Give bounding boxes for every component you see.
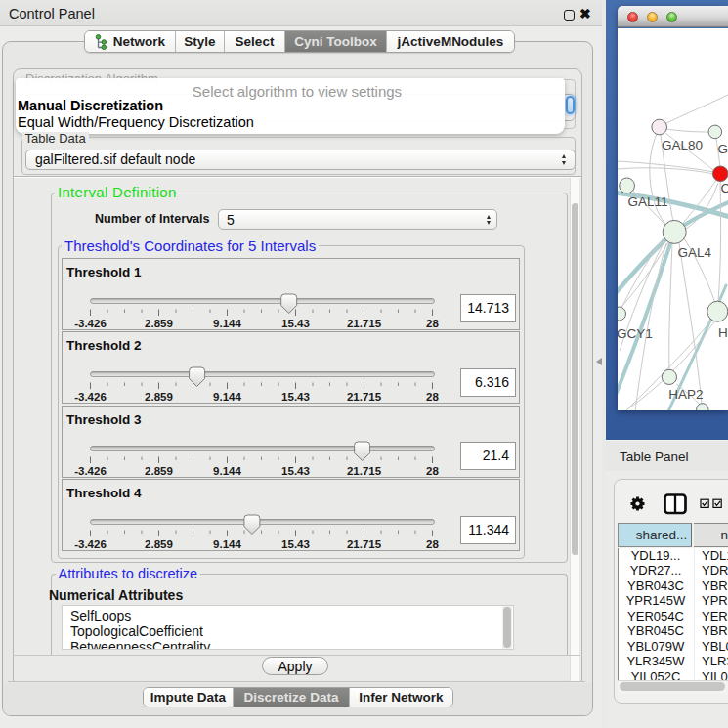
svg-text:2.859: 2.859 [145, 538, 173, 550]
svg-text:-3.426: -3.426 [74, 317, 107, 328]
svg-text:15.43: 15.43 [281, 391, 310, 403]
svg-text:-3.426: -3.426 [74, 391, 107, 403]
svg-text:28: 28 [426, 464, 439, 476]
svg-text:2.859: 2.859 [145, 391, 173, 403]
svg-text:2.859: 2.859 [145, 317, 173, 328]
svg-text:28: 28 [426, 317, 439, 328]
svg-text:9.144: 9.144 [213, 391, 241, 403]
svg-text:9.144: 9.144 [213, 464, 241, 476]
svg-text:GAL4: GAL4 [677, 244, 711, 259]
svg-text:H: H [718, 324, 728, 339]
svg-text:21.715: 21.715 [346, 464, 381, 476]
svg-text:-3.426: -3.426 [74, 464, 107, 476]
svg-text:21.715: 21.715 [346, 391, 381, 403]
svg-text:2.859: 2.859 [145, 464, 173, 476]
svg-text:GAL11: GAL11 [627, 193, 667, 208]
svg-text:15.43: 15.43 [281, 538, 310, 550]
svg-text:-3.426: -3.426 [74, 538, 107, 550]
svg-text:GA: GA [718, 142, 728, 156]
svg-text:21.715: 21.715 [346, 538, 381, 550]
svg-text:9.144: 9.144 [213, 538, 241, 550]
svg-text:28: 28 [426, 391, 439, 403]
svg-text:9.144: 9.144 [213, 317, 241, 328]
svg-text:15.43: 15.43 [281, 464, 310, 476]
svg-text:21.715: 21.715 [346, 317, 381, 328]
svg-text:GAL80: GAL80 [662, 137, 703, 151]
svg-text:GCY1: GCY1 [618, 325, 653, 340]
svg-text:15.43: 15.43 [281, 317, 310, 328]
svg-text:28: 28 [426, 538, 439, 550]
svg-text:HAP2: HAP2 [668, 387, 703, 402]
svg-text:C: C [721, 181, 728, 195]
